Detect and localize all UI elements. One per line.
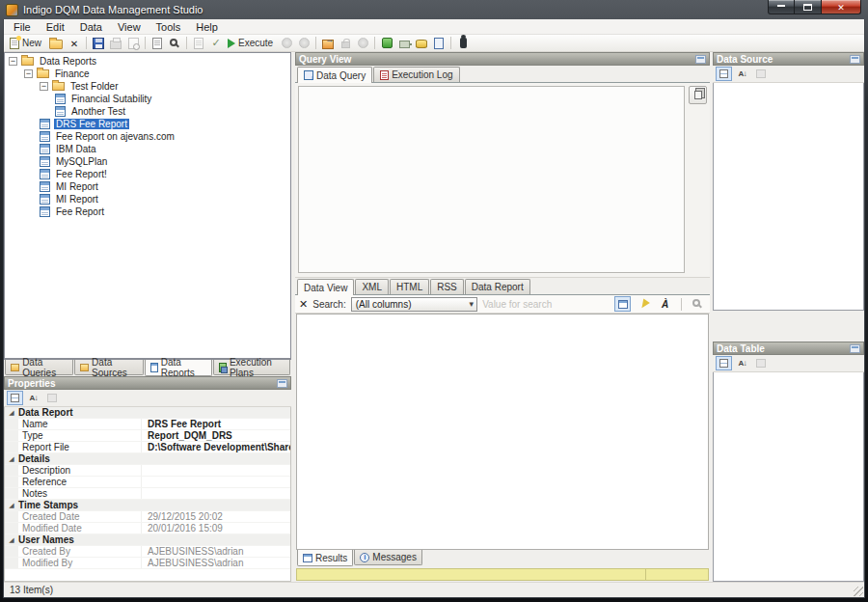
find-button[interactable]: [690, 296, 706, 312]
tab-messages[interactable]: iMessages: [354, 550, 422, 565]
lock-button[interactable]: [337, 36, 354, 51]
property-category[interactable]: ◢Data Report: [5, 407, 290, 419]
tab-rss[interactable]: RSS: [430, 279, 464, 294]
property-row[interactable]: Modified Date20/01/2016 15:09: [5, 523, 290, 534]
property-row[interactable]: NameDRS Fee Report: [5, 419, 290, 430]
panel-options-icon[interactable]: [695, 55, 706, 64]
categorized-button[interactable]: [7, 391, 23, 405]
new-button[interactable]: New: [7, 36, 46, 51]
validate-button[interactable]: [207, 36, 225, 51]
categorized-button[interactable]: [716, 67, 732, 81]
search-button[interactable]: [166, 36, 183, 51]
tab-execution-plans[interactable]: Execution Plans: [213, 360, 290, 375]
category-collapse-icon[interactable]: ◢: [5, 455, 18, 463]
tab-results[interactable]: Results: [297, 550, 353, 566]
search-column-select[interactable]: (All columns): [351, 297, 477, 312]
menu-help[interactable]: Help: [188, 20, 226, 34]
property-pages-button[interactable]: [43, 391, 60, 405]
tree-item-selected[interactable]: DRS Fee Report: [5, 118, 290, 130]
connection-button[interactable]: [395, 36, 413, 51]
grid-view-button[interactable]: [614, 296, 631, 312]
title-bar[interactable]: Indigo DQM Data Management Studio: [3, 0, 865, 19]
menu-tools[interactable]: Tools: [149, 20, 189, 34]
tab-data-sources[interactable]: Data Sources: [74, 360, 144, 375]
tree-item[interactable]: Fee Report!: [5, 168, 290, 180]
property-category[interactable]: ◢Details: [5, 453, 290, 465]
property-row[interactable]: Created ByAJEBUSINESS\adrian: [5, 546, 290, 558]
menu-data[interactable]: Data: [72, 20, 110, 34]
tree-item[interactable]: Fee Report: [5, 205, 290, 218]
tree-item[interactable]: Finance: [5, 68, 290, 80]
delete-button[interactable]: [66, 36, 83, 51]
property-row[interactable]: Reference: [5, 477, 290, 488]
property-category[interactable]: ◢Time Stamps: [5, 500, 290, 511]
collapse-icon[interactable]: [24, 69, 33, 78]
sort-alphabetical-button[interactable]: A↓: [25, 391, 41, 405]
sort-alphabetical-button[interactable]: A↓: [734, 67, 750, 81]
script-button[interactable]: [149, 36, 166, 51]
tab-html[interactable]: HTML: [390, 279, 429, 294]
panel-options-icon[interactable]: [277, 379, 287, 388]
category-collapse-icon[interactable]: ◢: [5, 409, 18, 417]
run-step-button[interactable]: [190, 36, 207, 51]
tab-data-query[interactable]: Data Query: [297, 67, 372, 83]
property-pages-button[interactable]: [752, 356, 769, 370]
data-source-grid[interactable]: [713, 83, 864, 311]
report-page-button[interactable]: [430, 36, 448, 51]
property-row[interactable]: Description: [5, 465, 290, 477]
tab-execution-log[interactable]: Execution Log: [373, 67, 459, 82]
property-row[interactable]: TypeReport_DQM_DRS: [5, 430, 290, 442]
panel-options-icon[interactable]: [850, 55, 860, 64]
data-copy-button[interactable]: [413, 36, 430, 51]
database-button[interactable]: [378, 36, 395, 51]
copy-query-button[interactable]: [689, 86, 707, 104]
results-grid-area[interactable]: [296, 314, 709, 550]
open-button[interactable]: [46, 36, 66, 51]
property-row[interactable]: Created Date29/12/2015 20:02: [5, 511, 290, 523]
resize-grip[interactable]: [854, 587, 863, 596]
maximize-button[interactable]: [795, 0, 821, 14]
permissions-button[interactable]: [354, 36, 371, 51]
clear-search-icon[interactable]: [299, 298, 308, 311]
categorized-button[interactable]: [716, 356, 732, 370]
menu-view[interactable]: View: [110, 20, 149, 34]
export-button[interactable]: [319, 36, 337, 51]
property-pages-button[interactable]: [752, 67, 769, 81]
close-button[interactable]: [821, 0, 861, 14]
panel-options-icon[interactable]: [850, 344, 860, 353]
property-category[interactable]: ◢User Names: [5, 534, 290, 546]
exit-button[interactable]: [454, 36, 472, 51]
print-preview-button[interactable]: [124, 36, 142, 51]
tab-data-reports[interactable]: Data Reports: [145, 360, 211, 376]
tab-data-queries[interactable]: Data Queries: [5, 360, 73, 375]
data-table-grid[interactable]: [713, 372, 864, 582]
tree-item[interactable]: IBM Data: [5, 143, 290, 155]
stop-button[interactable]: [295, 36, 312, 51]
tab-xml[interactable]: XML: [355, 279, 389, 294]
menu-edit[interactable]: Edit: [39, 20, 72, 34]
sort-alphabetical-button[interactable]: A↓: [734, 356, 750, 370]
tree-item[interactable]: MI Report: [5, 193, 290, 205]
properties-grid[interactable]: ◢Data Report NameDRS Fee Report TypeRepo…: [4, 407, 291, 582]
search-input[interactable]: [482, 297, 610, 312]
minimize-button[interactable]: [768, 0, 795, 14]
save-button[interactable]: [90, 36, 107, 51]
tree-item[interactable]: Test Folder: [5, 80, 290, 93]
refresh-button[interactable]: [278, 36, 295, 51]
tree-item[interactable]: Another Test: [5, 105, 290, 118]
category-collapse-icon[interactable]: ◢: [5, 536, 18, 544]
print-button[interactable]: [107, 36, 124, 51]
collapse-icon[interactable]: [9, 57, 17, 66]
highlight-button[interactable]: [636, 296, 652, 312]
tree-item[interactable]: Financial Sutability: [5, 93, 290, 105]
tree-item[interactable]: Fee Report on ajevans.com: [5, 130, 290, 143]
tree-item[interactable]: MySQLPlan: [5, 155, 290, 168]
query-text-area[interactable]: [298, 86, 685, 273]
collapse-icon[interactable]: [40, 82, 48, 91]
property-row[interactable]: Report FileD:\Software Development\Share…: [5, 442, 290, 453]
font-case-button[interactable]: À: [657, 296, 673, 312]
property-row[interactable]: Modified ByAJEBUSINESS\adrian: [5, 558, 290, 569]
tree-item[interactable]: Data Reports: [5, 55, 290, 68]
menu-file[interactable]: File: [6, 20, 39, 34]
execute-button[interactable]: Execute: [225, 36, 278, 51]
